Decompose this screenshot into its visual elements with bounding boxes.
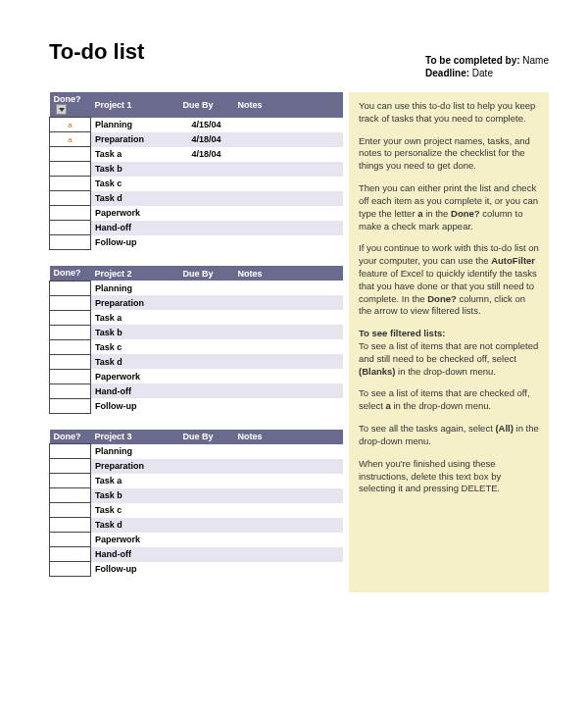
done-cell[interactable]: a [50,132,91,147]
done-cell[interactable] [50,384,91,398]
notes-cell[interactable] [234,221,343,235]
notes-cell[interactable] [234,398,343,413]
due-cell[interactable] [179,221,234,235]
notes-cell[interactable] [234,562,343,577]
due-cell[interactable] [179,547,234,562]
due-cell[interactable] [179,310,234,325]
due-cell[interactable] [179,384,234,398]
due-cell[interactable] [179,206,234,221]
notes-cell[interactable] [234,459,343,474]
notes-cell[interactable] [234,339,343,354]
notes-cell[interactable] [234,147,343,162]
task-cell[interactable]: Planning [91,281,179,295]
done-cell[interactable]: a [50,118,91,132]
notes-cell[interactable] [234,281,343,295]
notes-cell[interactable] [234,132,343,147]
done-cell[interactable] [50,325,91,339]
due-cell[interactable]: 4/15/04 [179,118,234,132]
notes-cell[interactable] [234,325,343,339]
notes-cell[interactable] [234,369,343,384]
done-cell[interactable] [50,369,91,384]
notes-cell[interactable] [234,191,343,206]
filter-dropdown-icon[interactable] [56,104,67,115]
due-cell[interactable] [179,162,234,177]
done-cell[interactable] [50,177,91,191]
due-cell[interactable] [179,488,234,503]
done-cell[interactable] [50,474,91,488]
done-cell[interactable] [50,488,91,503]
done-cell[interactable] [50,444,91,459]
done-cell[interactable] [50,398,91,413]
done-cell[interactable] [50,191,91,206]
task-cell[interactable]: Hand-off [91,547,179,562]
task-cell[interactable]: Task d [91,191,179,206]
due-cell[interactable] [179,518,234,533]
task-cell[interactable]: Task d [91,518,179,533]
due-cell[interactable] [179,444,234,459]
due-cell[interactable] [179,191,234,206]
notes-cell[interactable] [234,162,343,177]
task-cell[interactable]: Preparation [91,295,179,310]
notes-cell[interactable] [234,533,343,547]
due-cell[interactable] [179,354,234,369]
notes-cell[interactable] [234,206,343,221]
due-cell[interactable] [179,339,234,354]
done-cell[interactable] [50,221,91,235]
due-cell[interactable] [179,295,234,310]
notes-cell[interactable] [234,177,343,191]
done-cell[interactable] [50,354,91,369]
task-cell[interactable]: Planning [91,444,179,459]
notes-cell[interactable] [234,295,343,310]
notes-cell[interactable] [234,444,343,459]
due-cell[interactable] [179,474,234,488]
done-cell[interactable] [50,235,91,250]
notes-cell[interactable] [234,310,343,325]
task-cell[interactable]: Task a [91,474,179,488]
due-cell[interactable] [179,533,234,547]
task-cell[interactable]: Task c [91,503,179,518]
notes-cell[interactable] [234,118,343,132]
done-cell[interactable] [50,503,91,518]
done-cell[interactable] [50,459,91,474]
task-cell[interactable]: Task a [91,147,179,162]
done-cell[interactable] [50,547,91,562]
due-cell[interactable] [179,281,234,295]
done-cell[interactable] [50,562,91,577]
notes-cell[interactable] [234,474,343,488]
due-cell[interactable]: 4/18/04 [179,147,234,162]
done-cell[interactable] [50,310,91,325]
notes-cell[interactable] [234,547,343,562]
done-cell[interactable] [50,281,91,295]
task-cell[interactable]: Preparation [91,132,179,147]
due-cell[interactable] [179,177,234,191]
done-cell[interactable] [50,518,91,533]
task-cell[interactable]: Task b [91,488,179,503]
due-cell[interactable] [179,369,234,384]
task-cell[interactable]: Task b [91,162,179,177]
notes-cell[interactable] [234,354,343,369]
task-cell[interactable]: Planning [91,118,179,132]
task-cell[interactable]: Task b [91,325,179,339]
task-cell[interactable]: Task a [91,310,179,325]
due-cell[interactable] [179,235,234,250]
task-cell[interactable]: Preparation [91,459,179,474]
done-cell[interactable] [50,162,91,177]
notes-cell[interactable] [234,503,343,518]
task-cell[interactable]: Follow-up [91,235,179,250]
done-cell[interactable] [50,339,91,354]
task-cell[interactable]: Paperwork [91,369,179,384]
task-cell[interactable]: Task c [91,339,179,354]
task-cell[interactable]: Task c [91,177,179,191]
done-cell[interactable] [50,206,91,221]
due-cell[interactable] [179,503,234,518]
due-cell[interactable] [179,398,234,413]
notes-cell[interactable] [234,488,343,503]
due-cell[interactable] [179,562,234,577]
done-cell[interactable] [50,533,91,547]
due-cell[interactable] [179,459,234,474]
due-cell[interactable]: 4/18/04 [179,132,234,147]
task-cell[interactable]: Follow-up [91,562,179,577]
task-cell[interactable]: Hand-off [91,384,179,398]
task-cell[interactable]: Follow-up [91,398,179,413]
task-cell[interactable]: Paperwork [91,533,179,547]
